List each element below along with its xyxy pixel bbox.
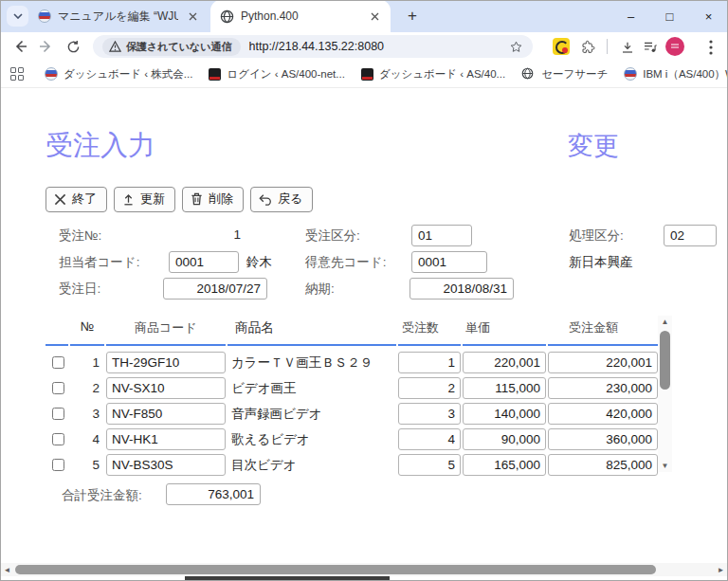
row-checkbox[interactable] xyxy=(52,433,64,445)
order-no-label: 受注№: xyxy=(59,227,101,245)
table-row: 4 歌えるビデオ xyxy=(46,427,658,452)
toolbar-separator xyxy=(607,39,608,54)
order-lines-table: № 商品コード 商品名 受注数 単価 受注金額 1 カラーＴＶ画王ＢＳ２９ 2 … xyxy=(46,316,658,478)
unit-price-input[interactable] xyxy=(463,454,546,476)
scroll-right-icon[interactable]: ► xyxy=(715,563,727,576)
browser-toolbar: 保護されていない通信 http://218.44.135.22:8080 xyxy=(0,32,728,61)
order-form: 受注№: 1 受注区分: 処理区分: 担当者コード: 鈴木 得意先コード: 新日… xyxy=(0,222,728,317)
bookmark-login-as400[interactable]: ログイン ‹ AS/400-net... xyxy=(209,67,344,82)
product-code-input[interactable] xyxy=(106,428,226,450)
update-button[interactable]: 更新 xyxy=(114,187,175,212)
tab-close-icon[interactable] xyxy=(185,9,201,25)
unit-price-input[interactable] xyxy=(463,403,546,425)
reading-list-icon[interactable] xyxy=(641,38,660,57)
staff-code-label: 担当者コード: xyxy=(59,254,139,271)
back-icon[interactable] xyxy=(9,36,30,57)
product-code-input[interactable] xyxy=(106,403,226,425)
due-date-input[interactable] xyxy=(410,278,514,300)
bookmark-ibmi[interactable]: IBM i（AS/400）We... xyxy=(624,67,728,82)
header-product-name: 商品名 xyxy=(228,316,396,346)
site-favicon-icon xyxy=(624,67,637,81)
scrollbar-thumb[interactable] xyxy=(660,331,670,390)
customer-code-input[interactable] xyxy=(411,251,487,273)
bookmark-star-icon[interactable] xyxy=(509,40,523,54)
process-type-input[interactable] xyxy=(664,225,717,246)
downloads-icon[interactable] xyxy=(618,38,637,57)
address-bar[interactable]: 保護されていない通信 http://218.44.135.22:8080 xyxy=(93,35,533,58)
page-title: 受注入力 xyxy=(46,127,155,165)
new-tab-button[interactable]: + xyxy=(402,6,423,27)
row-checkbox[interactable] xyxy=(52,459,64,471)
action-bar: 終了 更新 削除 戻る xyxy=(46,187,313,212)
total-amount-input[interactable] xyxy=(166,483,261,505)
delete-button-label: 削除 xyxy=(209,191,233,208)
product-code-input[interactable] xyxy=(106,454,226,476)
hscrollbar-thumb[interactable] xyxy=(15,565,656,574)
forward-icon[interactable] xyxy=(36,36,57,57)
unit-price-input[interactable] xyxy=(463,352,546,373)
profile-avatar[interactable] xyxy=(665,37,684,56)
amount-input[interactable] xyxy=(548,352,658,373)
apps-grid-icon[interactable] xyxy=(10,67,24,81)
tab-close-icon[interactable] xyxy=(367,9,383,25)
quantity-input[interactable] xyxy=(398,403,461,425)
terminal-favicon-icon xyxy=(209,68,221,81)
delete-button[interactable]: 削除 xyxy=(182,187,244,212)
order-type-input[interactable] xyxy=(411,225,472,246)
product-code-input[interactable] xyxy=(106,352,226,373)
amount-input[interactable] xyxy=(548,377,658,399)
undo-icon xyxy=(259,193,272,206)
exit-button-label: 終了 xyxy=(72,191,97,208)
order-table-rows: 1 カラーＴＶ画王ＢＳ２９ 2 ビデオ画王 3 音声録画ビデオ 4 xyxy=(46,350,658,478)
horizontal-scrollbar[interactable]: ◄ ► xyxy=(1,563,727,576)
warning-icon xyxy=(109,41,121,52)
extension-colorzilla-icon[interactable] xyxy=(553,38,570,55)
tab-title: Python.400 xyxy=(241,9,360,23)
extensions-puzzle-icon[interactable] xyxy=(578,38,597,57)
close-button[interactable]: × xyxy=(689,0,728,32)
bookmark-label: ダッシュボード ‹ AS/40... xyxy=(379,67,505,82)
menu-dots-icon[interactable] xyxy=(701,38,720,57)
customer-code-label: 得意先コード: xyxy=(305,254,386,271)
amount-input[interactable] xyxy=(548,428,658,450)
row-no: 2 xyxy=(70,381,104,395)
row-checkbox[interactable] xyxy=(52,356,64,369)
tab-strip: マニュアルを編集 “WJUCHU:受注 Python.400 + – □ × xyxy=(0,0,728,32)
tab-search-button[interactable] xyxy=(7,6,28,27)
exit-button[interactable]: 終了 xyxy=(46,187,107,212)
row-checkbox[interactable] xyxy=(52,382,64,394)
row-checkbox[interactable] xyxy=(52,408,64,420)
tab-manual-edit[interactable]: マニュアルを編集 “WJUCHU:受注 xyxy=(28,0,209,32)
back-button[interactable]: 戻る xyxy=(250,187,313,212)
tab-python400[interactable]: Python.400 xyxy=(210,0,391,32)
back-button-label: 戻る xyxy=(278,191,302,208)
unit-price-input[interactable] xyxy=(463,377,546,399)
bookmark-dashboard-as400[interactable]: ダッシュボード ‹ AS/40... xyxy=(361,67,505,82)
scroll-left-icon[interactable]: ◄ xyxy=(1,563,13,576)
quantity-input[interactable] xyxy=(398,428,461,450)
quantity-input[interactable] xyxy=(398,377,461,399)
maximize-button[interactable]: □ xyxy=(650,0,689,32)
security-chip[interactable]: 保護されていない通信 xyxy=(102,38,241,56)
quantity-input[interactable] xyxy=(398,454,461,476)
url-text[interactable]: http://218.44.135.22:8080 xyxy=(249,40,505,53)
order-date-input[interactable] xyxy=(163,278,267,300)
table-scrollbar[interactable]: ▲ ▼ xyxy=(658,316,672,472)
product-code-input[interactable] xyxy=(106,377,226,399)
amount-input[interactable] xyxy=(548,454,658,476)
staff-code-input[interactable] xyxy=(169,251,239,273)
quantity-input[interactable] xyxy=(398,352,461,373)
table-row: 3 音声録画ビデオ xyxy=(46,401,658,427)
scroll-down-icon[interactable]: ▼ xyxy=(658,460,672,472)
unit-price-input[interactable] xyxy=(463,428,546,450)
reload-icon[interactable] xyxy=(63,36,83,57)
bookmark-dashboard-kk[interactable]: ダッシュボード ‹ 株式会... xyxy=(45,67,192,82)
amount-input[interactable] xyxy=(548,403,658,425)
bookmark-safesearch[interactable]: セーフサーチ xyxy=(521,67,608,82)
scroll-up-icon[interactable]: ▲ xyxy=(658,316,672,328)
table-header-row: № 商品コード 商品名 受注数 単価 受注金額 xyxy=(46,316,658,346)
minimize-button[interactable]: – xyxy=(611,0,650,32)
terminal-favicon-icon xyxy=(361,68,373,81)
tab-title: マニュアルを編集 “WJUCHU:受注 xyxy=(58,9,178,25)
table-row: 1 カラーＴＶ画王ＢＳ２９ xyxy=(46,350,658,375)
